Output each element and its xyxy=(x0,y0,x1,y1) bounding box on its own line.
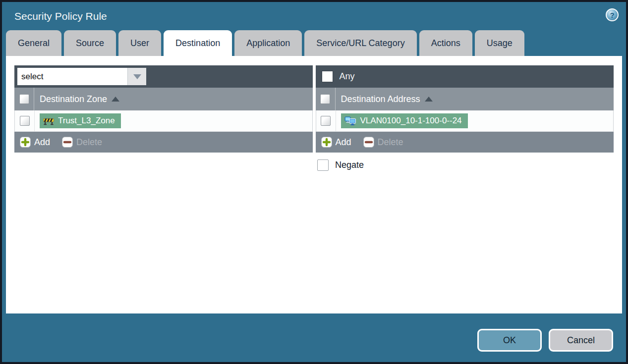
tab-user[interactable]: User xyxy=(118,30,161,56)
ok-button[interactable]: OK xyxy=(477,329,542,352)
chevron-down-icon xyxy=(133,74,141,79)
zone-item-chip[interactable]: Trust_L3_Zone xyxy=(40,113,121,128)
zone-filter-combo xyxy=(17,68,146,85)
address-row-checkbox[interactable] xyxy=(321,116,331,126)
zone-filter-dropdown-button[interactable] xyxy=(127,68,146,85)
zone-delete-button[interactable]: Delete xyxy=(62,137,102,148)
zone-add-button[interactable]: Add xyxy=(20,137,50,148)
plus-icon xyxy=(321,137,332,148)
dialog-footer: OK Cancel xyxy=(477,329,613,352)
zone-column-title[interactable]: Destination Zone xyxy=(40,94,107,104)
plus-icon xyxy=(20,137,31,148)
dialog-titlebar: Security Policy Rule ? xyxy=(2,2,626,30)
any-checkbox[interactable] xyxy=(322,71,333,82)
zone-select-all-checkbox[interactable] xyxy=(19,94,29,104)
zone-item-label: Trust_L3_Zone xyxy=(58,116,115,126)
cancel-button[interactable]: Cancel xyxy=(549,329,613,352)
table-row: Trust_L3_Zone xyxy=(15,110,312,132)
tab-destination[interactable]: Destination xyxy=(164,30,232,56)
zone-column-header: Destination Zone xyxy=(14,88,313,110)
dialog-title: Security Policy Rule xyxy=(14,10,107,22)
address-add-label: Add xyxy=(336,137,351,148)
sort-ascending-icon xyxy=(112,97,119,102)
network-address-icon xyxy=(344,116,356,126)
tab-usage[interactable]: Usage xyxy=(475,30,524,56)
tab-source[interactable]: Source xyxy=(64,30,116,56)
zone-select-all-cell xyxy=(14,88,34,110)
negate-row: Negate xyxy=(317,159,622,171)
sort-ascending-icon xyxy=(425,97,433,102)
destination-zone-panel: Destination Zone xyxy=(14,65,313,153)
address-panel-header: Any xyxy=(316,65,614,88)
tab-bar: General Source User Destination Applicat… xyxy=(6,30,626,56)
address-item-label: VLAN0100_10-1-100-0--24 xyxy=(360,116,462,126)
address-delete-button[interactable]: Delete xyxy=(363,137,403,148)
tab-actions[interactable]: Actions xyxy=(419,30,472,56)
panels-container: Destination Zone xyxy=(6,56,622,153)
address-toolbar: Add Delete xyxy=(316,132,614,153)
zone-list: Trust_L3_Zone xyxy=(14,110,313,132)
tab-content-destination: Destination Zone xyxy=(6,56,622,313)
zone-barrier-icon xyxy=(43,117,54,125)
negate-label: Negate xyxy=(335,160,364,170)
negate-checkbox[interactable] xyxy=(317,159,329,171)
zone-row-checkbox[interactable] xyxy=(20,116,30,126)
screen: Security Policy Rule ? General Source Us… xyxy=(0,0,628,364)
zone-panel-header xyxy=(14,65,313,88)
zone-delete-label: Delete xyxy=(76,137,102,148)
address-item-chip[interactable]: VLAN0100_10-1-100-0--24 xyxy=(341,113,468,128)
address-row-checkbox-cell xyxy=(316,110,336,131)
any-label: Any xyxy=(340,71,355,82)
tab-application[interactable]: Application xyxy=(234,30,302,56)
minus-icon xyxy=(363,137,374,148)
destination-address-panel: Any Destination Address xyxy=(316,65,614,153)
table-row: VLAN0100_10-1-100-0--24 xyxy=(316,110,614,132)
zone-filter-input[interactable] xyxy=(17,68,127,85)
zone-toolbar: Add Delete xyxy=(14,132,313,153)
tab-general[interactable]: General xyxy=(6,30,61,56)
tab-service-url-category[interactable]: Service/URL Category xyxy=(304,30,416,56)
address-list: VLAN0100_10-1-100-0--24 xyxy=(316,110,614,132)
minus-icon xyxy=(62,137,73,148)
address-column-title[interactable]: Destination Address xyxy=(341,94,420,104)
address-column-header: Destination Address xyxy=(316,88,614,110)
zone-add-label: Add xyxy=(34,137,50,148)
security-policy-rule-dialog: Security Policy Rule ? General Source Us… xyxy=(0,0,628,364)
zone-row-checkbox-cell xyxy=(15,110,35,131)
address-select-all-cell xyxy=(316,88,336,110)
address-delete-label: Delete xyxy=(378,137,403,148)
address-select-all-checkbox[interactable] xyxy=(320,94,330,104)
address-add-button[interactable]: Add xyxy=(321,137,351,148)
help-icon-glyph: ? xyxy=(610,11,614,19)
help-icon[interactable]: ? xyxy=(606,8,619,21)
